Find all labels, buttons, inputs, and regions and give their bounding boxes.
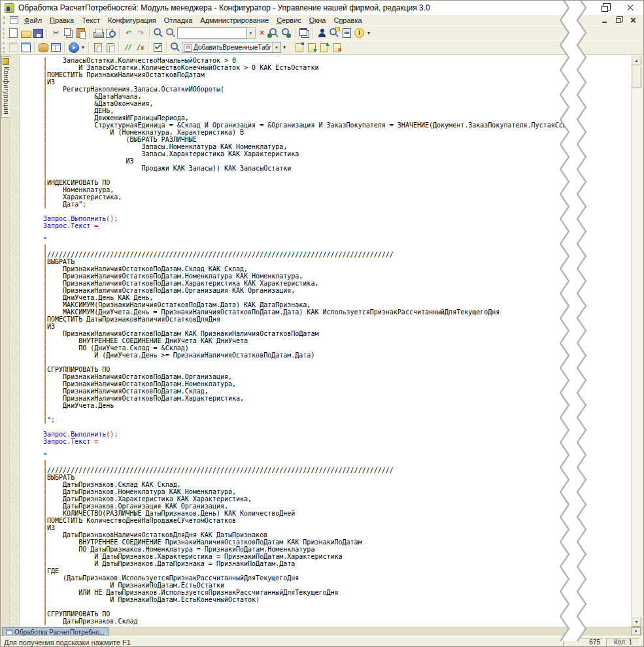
save-all-icon [7, 41, 20, 54]
find-in-text-icon[interactable] [165, 27, 177, 39]
code-line: | Характеристика, [43, 193, 631, 201]
code-line: | ДатыПризнаков.Склад КАК Склад, [43, 481, 631, 488]
bookmark-previous-icon[interactable] [318, 41, 330, 54]
toolbar-grip[interactable] [3, 42, 5, 53]
code-line: | ДатыПризнаковНаличияОстатковДляДня КАК… [43, 531, 631, 539]
bookmark-clear-icon[interactable] [330, 41, 343, 54]
status-column-cell: Кол: 1 [606, 638, 640, 647]
menu-item-8[interactable]: Окна [305, 16, 330, 25]
copy-icon[interactable] [62, 27, 75, 39]
code-line: |ПОМЕСТИТЬ ДатыПризнаковНаличияОстатковД… [43, 316, 631, 323]
window-tab[interactable]: Обработка РасчетПотребно... [2, 627, 109, 636]
code-line: | ПризнакиНаличияОстатковПоДатам.Организ… [43, 373, 631, 380]
procedure-combo[interactable]: ПДобавитьВременныеТаблицыГ▾ [182, 42, 281, 53]
code-editor[interactable]: | ЗапасыОстатки.КоличествоНачальныйОстат… [20, 55, 631, 627]
toolbar-overflow-icon[interactable]: ▾ [365, 27, 372, 39]
search-dropdown-icon[interactable]: ▾ [246, 27, 256, 39]
table-icon[interactable] [50, 41, 62, 54]
bookmark-toggle-icon[interactable] [293, 41, 305, 54]
minimize-button[interactable] [574, 2, 587, 13]
code-line: | И ПризнакиПоДатам.ЕстьОстатки [43, 582, 631, 589]
toolbar-separator [295, 27, 296, 39]
code-line: |///////////////////////////////////////… [43, 251, 631, 258]
code-line: | ИЛИ НЕ ДатыПризнаков.ИспользуетсяПризн… [43, 589, 631, 596]
form-window-icon[interactable] [20, 41, 32, 54]
code-line: |ПОМЕСТИТЬ ПризнакиНаличияОстатковПоДата… [43, 71, 631, 78]
save-icon[interactable] [32, 27, 44, 39]
syntax-control-icon[interactable] [152, 41, 164, 54]
mdi-restore-button[interactable] [614, 16, 624, 24]
code-line: " [43, 237, 631, 244]
info-icon[interactable] [353, 27, 365, 39]
help-contents-icon[interactable] [341, 27, 353, 39]
scrollbar-thumb[interactable] [632, 66, 641, 88]
toolbar-grip[interactable] [3, 28, 5, 39]
database-icon[interactable] [37, 41, 50, 54]
close-button[interactable] [624, 2, 637, 13]
right-edge [641, 55, 643, 627]
menu-item-9[interactable]: Справка [330, 16, 365, 25]
scroll-down-button[interactable]: ▼ [632, 616, 641, 627]
code-line: | ПризнакиНаличияОстатковПоДатам.Организ… [43, 287, 631, 294]
redo-icon[interactable]: ↷ [135, 27, 147, 39]
bookmark-next-icon[interactable] [305, 41, 318, 54]
code-line: | ПризнакиНаличияОстатковПоДатам.Номенкл… [43, 273, 631, 280]
menu-item-7[interactable]: Сервис [273, 16, 305, 25]
code-line: | [43, 409, 631, 416]
find-icon[interactable] [152, 27, 165, 39]
scrollbar-track[interactable] [632, 88, 641, 616]
procedure-combo-dropdown-icon[interactable]: ▾ [272, 42, 280, 52]
start-debug-icon[interactable] [67, 41, 80, 54]
side-tab-strip: Конфигурация [1, 55, 10, 627]
sidebar-tab-configuration[interactable]: Конфигурация [1, 56, 10, 118]
mdi-window-controls [600, 16, 638, 24]
code-line: | И (Номенклатура, Характеристика) В [43, 129, 631, 136]
debug-dropdown-icon[interactable]: ▾ [80, 41, 86, 54]
menu-item-1[interactable]: Файл [20, 16, 46, 25]
window-copy-icon[interactable] [298, 27, 311, 39]
paste-icon[interactable] [75, 27, 87, 39]
mdi-minimize-button[interactable] [600, 16, 609, 24]
code-line: | [43, 244, 631, 251]
goto-definition-icon[interactable] [169, 41, 182, 54]
find-next-icon[interactable] [268, 27, 280, 39]
print-preview-icon[interactable] [105, 27, 117, 39]
clear-search-icon[interactable]: ✕ [256, 27, 268, 39]
restore-button[interactable] [599, 2, 612, 13]
syntax-check-icon[interactable] [316, 27, 328, 39]
code-line: |ГДЕ [43, 567, 631, 574]
remove-comment-icon[interactable]: /x [134, 41, 146, 54]
print-icon[interactable] [92, 27, 105, 39]
menu-items: ФайлПравкаТекстКонфигурацияОтладкаАдмини… [20, 16, 366, 25]
mdi-close-button[interactable] [628, 16, 638, 24]
open-icon[interactable] [20, 27, 32, 39]
menu-item-6[interactable]: Администрирование [196, 16, 273, 25]
format-block2-icon[interactable] [104, 41, 116, 54]
find-previous-icon[interactable] [280, 27, 293, 39]
syntax-help-icon[interactable] [328, 27, 341, 39]
code-line: | И (ДниУчета.День >= ПризнакиНаличияОст… [43, 352, 631, 359]
menu-item-4[interactable]: Конфигурация [104, 16, 160, 25]
sidebar-tab-label: Конфигурация [3, 67, 10, 114]
format-block-icon[interactable] [92, 41, 104, 54]
module-window-icon[interactable] [10, 16, 18, 24]
menu-item-3[interactable]: Текст [78, 16, 104, 25]
undo-icon[interactable]: ↶ [122, 27, 135, 39]
status-hint: Для получения подсказки нажмите F1 [4, 639, 560, 646]
code-line: | [43, 172, 631, 179]
scroll-up-button[interactable]: ▲ [632, 55, 641, 65]
toolbar-separator [166, 42, 167, 53]
menu-item-5[interactable]: Отладка [160, 16, 196, 25]
window-list-dropdown[interactable]: ▾ [631, 627, 641, 635]
code-line: | ДатыПризнаков.Склад [43, 618, 631, 625]
menu-item-2[interactable]: Правка [46, 16, 78, 25]
panel-splitter[interactable] [10, 55, 20, 627]
code-line: | ДЕНЬ, [43, 107, 631, 114]
add-comment-icon[interactable]: // [122, 41, 134, 54]
new-document-icon[interactable] [7, 27, 20, 39]
search-input[interactable] [177, 27, 246, 39]
cut-icon[interactable]: ✂ [50, 27, 62, 39]
menubar-grip[interactable] [3, 16, 5, 24]
configuration-icon [3, 58, 9, 65]
toolbar-overflow-icon[interactable]: ▾ [281, 41, 288, 54]
